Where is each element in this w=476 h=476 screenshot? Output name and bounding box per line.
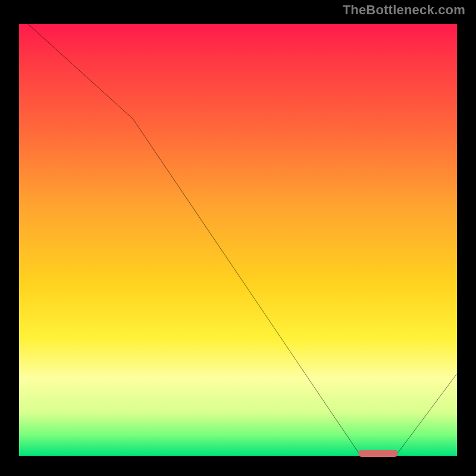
plot-area (17, 21, 459, 458)
optimal-range-marker (358, 450, 397, 457)
chart-container: TheBottleneck.com (0, 0, 476, 476)
bottleneck-curve (19, 24, 457, 456)
attribution-label: TheBottleneck.com (343, 2, 465, 18)
